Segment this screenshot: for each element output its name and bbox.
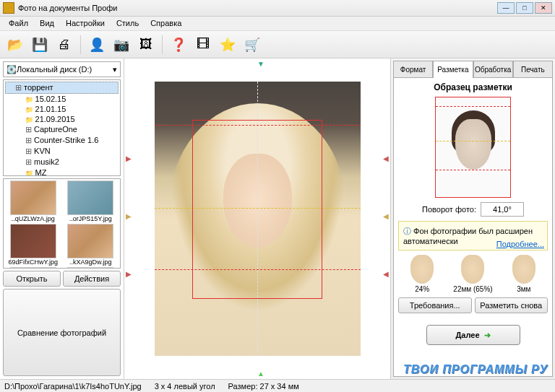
menubar: Файл Вид Настройки Стиль Справка (0, 17, 555, 31)
marker-left2[interactable]: ▶ (126, 212, 132, 220)
thumbnail[interactable]: 69dFifxCHwY.jpg (5, 224, 61, 266)
tree-item[interactable]: musik2 (15, 157, 119, 167)
thumbnail[interactable]: ..qUZLWzA.jpg (5, 180, 61, 222)
next-button[interactable]: Далее (426, 325, 520, 345)
close-button[interactable]: ✕ (535, 2, 552, 14)
tree-item[interactable]: 21.01.15 (15, 104, 119, 114)
app-icon (3, 2, 14, 14)
status-size: Размер: 27 x 34 мм (228, 382, 299, 391)
minimize-button[interactable]: — (497, 2, 515, 14)
requirements-button[interactable]: Требования... (398, 297, 472, 313)
toolbar: 📂 💾 🖨 👤 📷 🖼 ❓ 🎞 ⭐ 🛒 (0, 31, 555, 58)
menu-help[interactable]: Справка (145, 17, 187, 30)
drive-select[interactable]: 💽 Локальный диск (D:) (3, 61, 121, 77)
watermark: ТВОИ ПРОГРАММЫ РУ (403, 363, 548, 376)
tree-item[interactable]: CaptureOne (15, 124, 119, 135)
tab-markup[interactable]: Разметка (433, 61, 473, 78)
tree-item[interactable]: KVN (15, 146, 119, 157)
thumbnail[interactable]: e4Izc-e6n-s.jpg (63, 267, 119, 269)
save-icon[interactable]: 💾 (29, 34, 51, 56)
cart-icon[interactable]: 🛒 (241, 34, 263, 56)
open-button[interactable]: Открыть (3, 271, 61, 287)
marker-left3[interactable]: ▶ (126, 270, 132, 278)
tab-process[interactable]: Обработка (473, 61, 513, 78)
sidebar: 💽 Локальный диск (D:) торрент 15.02.15 2… (0, 58, 124, 379)
marker-bottom[interactable]: ▲ (257, 370, 264, 378)
status-corner: 3 x 4 левый угол (155, 382, 215, 391)
menu-style[interactable]: Стиль (111, 17, 145, 30)
notice: ⓘ Фон фотографии был расширен автоматиче… (398, 221, 548, 251)
actions-button[interactable]: Действия (63, 271, 121, 287)
menu-view[interactable]: Вид (34, 17, 60, 30)
folder-tree[interactable]: торрент 15.02.15 21.01.15 21.09.2015 Cap… (3, 79, 121, 176)
tree-item[interactable]: MZ (15, 167, 119, 176)
video-icon[interactable]: 🎞 (192, 34, 214, 56)
statusbar: D:\Прохо\Гагарина\1\k7Is4hoTUnY.jpg 3 x … (0, 379, 555, 392)
print-icon[interactable]: 🖨 (53, 34, 75, 56)
compare-button[interactable]: Сравнение фотографий (3, 289, 121, 376)
metric-3: 3мм (500, 255, 548, 293)
remark-button[interactable]: Разметить снова (475, 297, 548, 313)
titlebar: Фото на документы Профи — □ ✕ (0, 0, 555, 17)
tree-root[interactable]: торрент (5, 82, 119, 94)
rotate-input[interactable] (481, 202, 524, 217)
sample-preview (435, 97, 511, 198)
window-title: Фото на документы Профи (18, 4, 118, 12)
webcam-icon[interactable]: 🖼 (135, 34, 157, 56)
tree-item[interactable]: 15.02.15 (15, 94, 119, 104)
tab-print[interactable]: Печать (513, 61, 553, 78)
metric-2: 22мм (65%) (449, 255, 496, 293)
person-icon[interactable]: 👤 (86, 34, 108, 56)
more-link[interactable]: Подробнее... (496, 240, 544, 248)
thumbnail-grid: ..qUZLWzA.jpg ..orJPS15Y.jpg 69dFifxCHwY… (3, 178, 121, 269)
metric-1: 24% (398, 255, 446, 293)
maximize-button[interactable]: □ (516, 2, 533, 14)
sample-title: Образец разметки (434, 82, 512, 92)
star-icon[interactable]: ⭐ (217, 34, 238, 56)
drive-label: Локальный диск (D:) (17, 65, 92, 74)
marker-right3[interactable]: ◀ (383, 270, 389, 278)
status-path: D:\Прохо\Гагарина\1\k7Is4hoTUnY.jpg (4, 382, 142, 391)
marker-top[interactable]: ▼ (257, 60, 264, 68)
thumbnail[interactable]: ..orJPS15Y.jpg (63, 180, 119, 222)
marker-right2[interactable]: ◀ (383, 212, 389, 220)
menu-settings[interactable]: Настройки (60, 17, 111, 30)
crop-frame[interactable] (192, 120, 322, 299)
help-icon[interactable]: ❓ (168, 34, 189, 56)
thumbnail[interactable]: ..kXA9gDw.jpg (63, 224, 119, 266)
right-panel: Формат Разметка Обработка Печать Образец… (390, 58, 555, 379)
camera-icon[interactable]: 📷 (111, 34, 132, 56)
tree-item[interactable]: 21.09.2015 (15, 114, 119, 124)
rotate-label: Поворот фото: (422, 205, 476, 214)
open-folder-icon[interactable]: 📂 (4, 34, 26, 56)
photo-preview (155, 82, 361, 356)
menu-file[interactable]: Файл (3, 17, 34, 30)
thumbnail[interactable]: coreldeaq-2.jpg (5, 267, 61, 269)
marker-left[interactable]: ▶ (126, 154, 132, 162)
tab-format[interactable]: Формат (393, 61, 433, 78)
marker-right[interactable]: ◀ (383, 154, 389, 162)
tree-item[interactable]: Counter-Strike 1.6 (15, 135, 119, 146)
canvas[interactable]: ▼ ▲ ▶ ◀ ▶ ◀ ▶ ◀ (124, 58, 390, 379)
